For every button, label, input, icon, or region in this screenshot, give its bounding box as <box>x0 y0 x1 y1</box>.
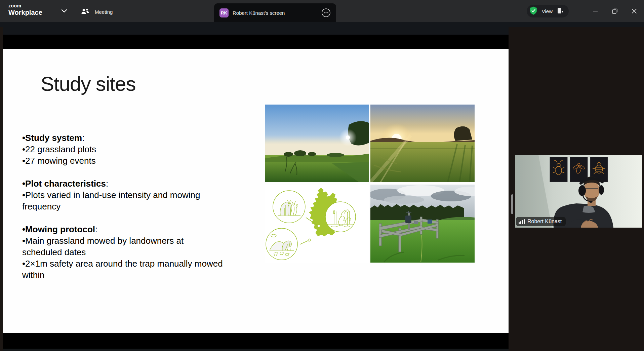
titlebar-right-cluster: View <box>527 0 644 22</box>
logo-zoom-text: zoom <box>8 3 42 8</box>
view-button[interactable]: View <box>527 5 569 17</box>
bullet-section: •Plot characteristics:•Plots varied in l… <box>22 178 224 212</box>
tab-meeting[interactable]: Meeting <box>81 0 113 22</box>
slide-image-grid <box>265 105 475 263</box>
grassland-morning-photo <box>265 105 369 182</box>
participants-panel: Robert Künast <box>509 22 644 351</box>
titlebar: zoom Workplace Meeting RK Rober <box>0 0 644 22</box>
view-button-label: View <box>542 8 553 14</box>
bullet-section: •Study system:•22 grassland plots•27 mow… <box>22 132 224 166</box>
shield-check-icon <box>528 6 538 17</box>
logo-workplace-text: Workplace <box>8 9 42 16</box>
bullet-section: •Mowing protocol:•Main grassland mowed b… <box>22 224 224 281</box>
people-icon <box>81 7 90 16</box>
bullet-line: •2×1m safety area around the trap manual… <box>22 258 224 281</box>
germany-map-graphic <box>265 185 369 263</box>
participant-name-label: Robert Künast <box>516 217 566 226</box>
avatar: RK <box>219 8 229 17</box>
tab-shared-screen[interactable]: RK Robert Künast's screen <box>214 3 336 22</box>
grassland-sunset-photo <box>370 105 475 182</box>
presentation-slide: Study sites •Study system:•22 grassland … <box>3 49 509 333</box>
bullet-heading: •Plot characteristics: <box>22 178 224 189</box>
main-area: Study sites •Study system:•22 grassland … <box>0 22 644 351</box>
bullet-line: •Plots varied in land-use intensity and … <box>22 189 224 212</box>
slide-bullets: •Study system:•22 grassland plots•27 mow… <box>22 132 224 292</box>
zoom-workplace-logo: zoom Workplace <box>8 3 42 16</box>
layout-view-icon <box>556 7 564 16</box>
restore-button[interactable] <box>607 3 622 19</box>
participant-video[interactable]: Robert Künast <box>515 155 642 228</box>
bullet-heading: •Study system: <box>22 132 224 144</box>
bottom-edge-strip <box>3 349 509 351</box>
zoom-window: zoom Workplace Meeting RK Rober <box>0 0 644 351</box>
left-edge-strip <box>0 22 3 351</box>
connection-signal-icon <box>519 219 525 224</box>
close-button[interactable] <box>627 3 642 19</box>
ellipsis-icon[interactable] <box>321 8 331 17</box>
slide-title: Study sites <box>41 72 135 95</box>
bullet-line: •Main grassland mowed by landowners at s… <box>22 235 224 258</box>
chevron-down-icon[interactable] <box>61 8 68 14</box>
panel-scrollbar[interactable] <box>511 194 513 214</box>
minimize-button[interactable] <box>588 3 603 19</box>
shared-screen-view: Study sites •Study system:•22 grassland … <box>3 22 509 351</box>
bullet-line: •22 grassland plots <box>22 144 224 155</box>
bullet-line: •27 mowing events <box>22 155 224 166</box>
trap-enclosure-photo <box>370 185 475 263</box>
toolbar-strip <box>0 22 644 27</box>
tab-shared-screen-label: Robert Künast's screen <box>233 10 285 16</box>
bullet-heading: •Mowing protocol: <box>22 224 224 235</box>
participant-name: Robert Künast <box>527 219 562 225</box>
tab-meeting-label: Meeting <box>95 9 113 15</box>
